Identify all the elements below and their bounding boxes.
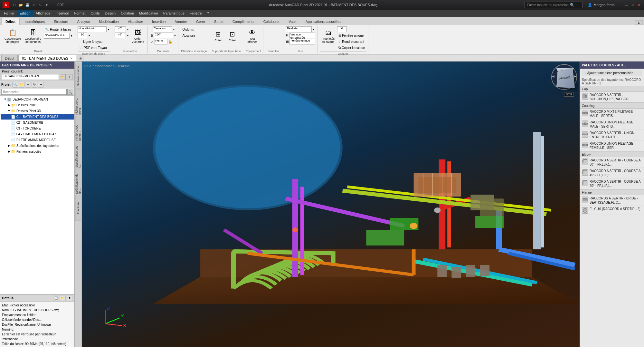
rendre-courant-btn[interactable]: ✓ Rendre courant (337, 39, 366, 44)
angle2-input[interactable]: 45° (115, 33, 126, 38)
proj-new-btn[interactable]: + (67, 74, 72, 80)
size-arrow[interactable]: ▼ (88, 34, 90, 37)
plant3d-toggle[interactable]: ▼ (7, 109, 11, 113)
tab-gerer[interactable]: Gérer (192, 18, 209, 25)
side-tab-fonctions[interactable]: Fonctions (75, 195, 81, 221)
menu-cotation[interactable]: Cotation (118, 10, 137, 17)
tab-insertion[interactable]: Insertion (148, 18, 170, 25)
gestionnaire-projets-btn[interactable]: 📋 Gestionnairede projets (3, 26, 22, 46)
tab-structure[interactable]: Structure (50, 18, 72, 25)
elevation-input[interactable]: Élévation (153, 26, 172, 32)
coupling-item-2[interactable]: RACCORD UNION FILETAGE MALE - SERTIS... (580, 119, 644, 130)
realiste-arrow[interactable]: ▼ (312, 28, 315, 31)
flange-item-1[interactable]: RACCORDS A SERTIR - BRIDE - SERTISSAGE,F… (580, 195, 644, 206)
tab-collaborer[interactable]: Collaborer (259, 18, 284, 25)
tab-analyse[interactable]: Analyse (73, 18, 94, 25)
calque-num[interactable]: 0 (337, 26, 347, 32)
raccord-dropdown[interactable]: RACCORD A S (44, 33, 70, 39)
coupling-item-3[interactable]: RACCORD A SERTIR - UNION ENTRE TUYAUTE..… (580, 130, 644, 140)
menu-modification[interactable]: Modification (137, 10, 161, 17)
side-tab-dwg-iso[interactable]: Fichier DWG isomé... (75, 116, 81, 141)
elev-arrow[interactable]: ▼ (173, 28, 175, 31)
proj-open-btn[interactable]: 📂 (60, 74, 66, 80)
save-button[interactable]: 💾 (24, 2, 30, 8)
tree-root[interactable]: ▼ 🏢 BESANCON - MORGAN (1, 96, 74, 102)
elbow-item-1[interactable]: RACCORD A SERTIR - COURBE A 30° - FF,LLP… (580, 157, 644, 168)
new-button[interactable]: 🗋 (12, 2, 17, 8)
fich-toggle[interactable]: ▶ (7, 149, 11, 153)
pm-more-btn[interactable]: ▼ (38, 82, 44, 88)
angle1-arrow[interactable]: ▼ (127, 28, 129, 31)
tab-vault[interactable]: Vault (284, 18, 300, 25)
tree-filtre[interactable]: 📄 FILTRE AMIAD MODELISE (1, 137, 74, 143)
close-button[interactable]: ✕ (637, 3, 641, 7)
search-box[interactable]: Entrez mot-clé ou expression 🔍 (525, 2, 582, 8)
restore-button[interactable]: ▭ (630, 3, 635, 7)
coupling-item-4[interactable]: RACCORD UNION FILETAGE FEMELLE - SER... (580, 140, 644, 151)
tab-visualiser[interactable]: Visualiser (124, 18, 147, 25)
angle1-input[interactable]: 45° (115, 26, 126, 32)
cdt-arrow[interactable]: ▼ (174, 34, 176, 37)
tree-torchere[interactable]: 📄 03 - TORCHERE (1, 125, 74, 131)
tout-afficher-btn[interactable]: 👁 Toutafficher (246, 26, 259, 46)
pid-toggle[interactable]: ▶ (7, 103, 11, 107)
menu-help[interactable]: ? (204, 10, 212, 17)
menu-parametrique[interactable]: Paramétrique (161, 10, 187, 17)
side-tab-dwg-ortho[interactable]: Fichier DWG ortho... (75, 89, 81, 115)
nav-right-arrow[interactable]: ▶ (574, 74, 576, 78)
redo-button[interactable]: ↪ (37, 2, 43, 8)
project-dropdown[interactable]: BESANCON - MORGAN (2, 74, 59, 80)
pm-search-go[interactable]: 🔍 (67, 89, 73, 95)
raccord-arrow[interactable]: ▼ (70, 34, 73, 37)
tree-plant3d[interactable]: ▼ 📁 Dessins Plant 3D (1, 108, 74, 114)
creer-support-btn[interactable]: ⊞ Créer (212, 26, 225, 46)
tree-biogaz[interactable]: 📄 04 - TRAITEMENT BIOGAZ (1, 131, 74, 137)
abscisse-btn[interactable]: Abscisse (181, 33, 196, 38)
flange-item-2[interactable]: FL,C,10 (RACCORD A SERTIR - 2) (580, 206, 644, 215)
menu-format[interactable]: Format (72, 10, 88, 17)
tab-isometriques[interactable]: Isométriques (20, 18, 49, 25)
cdt-input[interactable]: CDT (154, 33, 173, 38)
menu-affichage[interactable]: Affichage (33, 10, 53, 17)
spec-dropdown[interactable]: Non attribué (78, 26, 107, 32)
angle2-arrow[interactable]: ▼ (127, 34, 129, 37)
tab-apps[interactable]: Applications associées (301, 18, 346, 25)
close-tab-icon[interactable]: ✕ (70, 57, 73, 60)
ordonn-btn[interactable]: Ordonn: (181, 26, 196, 32)
pm-add-btn[interactable]: + (25, 82, 31, 88)
vue-name-input[interactable]: Vue non enregistrée (289, 33, 315, 38)
creer-support2-btn[interactable]: ⊡ Créer (226, 26, 239, 46)
spec-arrow[interactable]: ▼ (107, 28, 110, 31)
gestionnaire-donnees-btn[interactable]: 🗄 Gestionnairede données (24, 26, 43, 46)
viewport[interactable]: Y X Z [Vue personnalisée][Réaliste] DESS… (82, 62, 580, 347)
copier-calque-btn[interactable]: ⧉ Copier le calque (337, 45, 366, 51)
elbow-item-3[interactable]: RACCORD A SERTIR - COURBE A 90° - FF,LLP… (580, 178, 644, 189)
tree-fichiers[interactable]: ▶ 📁 Fichiers associés (1, 149, 74, 154)
cap-item-1[interactable]: RACCORD A SERTIR - BOUCHON,LLP (RACCOR..… (580, 92, 644, 102)
tab-modelisation[interactable]: Modélisation (95, 18, 123, 25)
open-button[interactable]: 📂 (18, 2, 24, 8)
pm-folder-btn[interactable]: 📁 (19, 82, 24, 88)
tab-debut[interactable]: Début (1, 18, 20, 25)
add-piece-btn[interactable]: + Ajouter une pièce personnalisée (582, 70, 642, 76)
menu-fenetre[interactable]: Fenêtre (187, 10, 204, 17)
more-button[interactable]: ▼ (44, 2, 50, 8)
menu-outils[interactable]: Outils (88, 10, 102, 17)
menu-dessin[interactable]: Dessin (102, 10, 118, 17)
minimize-button[interactable]: — (624, 3, 629, 7)
root-toggle[interactable]: ▼ (3, 97, 7, 101)
elbow-item-2[interactable]: RACCORD A SERTIR - COURBE A 45° - FF,LLP… (580, 168, 644, 178)
specs-toggle[interactable]: ▶ (7, 144, 11, 148)
creer-vue-btn[interactable]: 🖼 CréerVue ortho (130, 26, 146, 46)
undo-button[interactable]: ↩ (31, 2, 37, 8)
router-btn[interactable]: 🔧 Router à tuyau (44, 26, 73, 32)
doc-tab-batiment[interactable]: 01 - BATIMENT DES BOUES ✕ (18, 55, 76, 61)
details-btn1[interactable]: 📋 (53, 295, 59, 301)
details-btn2[interactable]: 📁 (60, 295, 66, 301)
ribbon-minimize-btn[interactable]: ▲ (635, 20, 643, 25)
tree-specs[interactable]: ▶ 📁 Spécifications des tuyauteries (1, 143, 74, 149)
doc-tab-debut[interactable]: Début (1, 55, 18, 61)
prop-calque-btn[interactable]: 🗂 Propriétésdu calque (320, 26, 336, 46)
tab-complements[interactable]: Compléments (228, 18, 259, 25)
new-tab-button[interactable]: + (77, 55, 84, 61)
